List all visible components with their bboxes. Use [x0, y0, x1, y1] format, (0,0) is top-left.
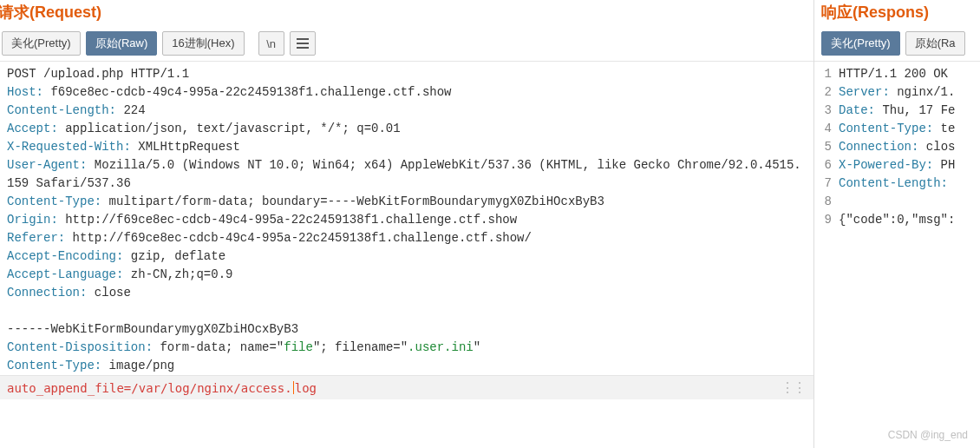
hamburger-icon [297, 38, 309, 49]
resp-tab-raw[interactable]: 原始(Ra [905, 31, 965, 56]
response-line-gutter: 1 2 3 4 5 6 7 8 9 [814, 62, 835, 448]
text-cursor [293, 381, 294, 394]
tab-raw[interactable]: 原始(Raw) [86, 31, 158, 56]
response-raw-text[interactable]: HTTP/1.1 200 OK Server: nginx/1. Date: T… [835, 62, 960, 448]
response-content[interactable]: 1 2 3 4 5 6 7 8 9 HTTP/1.1 200 OK Server… [814, 62, 980, 448]
response-panel-title: 响应(Respons) [814, 0, 980, 28]
tab-hex[interactable]: 16进制(Hex) [162, 31, 244, 56]
newline-label: \n [266, 37, 276, 50]
request-body-editor[interactable]: auto_append_file=/var/log/nginx/access.l… [0, 375, 813, 399]
newline-button[interactable]: \n [258, 31, 284, 56]
request-content[interactable]: POST /upload.php HTTP/1.1 Host: f69ce8ec… [0, 62, 813, 448]
response-toolbar: 美化(Pretty) 原始(Ra [814, 28, 980, 62]
resp-tab-pretty[interactable]: 美化(Pretty) [821, 31, 900, 56]
tab-pretty[interactable]: 美化(Pretty) [2, 31, 81, 56]
request-toolbar: 美化(Pretty) 原始(Raw) 16进制(Hex) \n [0, 28, 813, 62]
response-panel: 响应(Respons) 美化(Pretty) 原始(Ra 1 2 3 4 5 6… [814, 0, 980, 448]
body-pre-cursor: auto_append_file=/var/log/nginx/access. [7, 381, 292, 395]
request-raw-text[interactable]: POST /upload.php HTTP/1.1 Host: f69ce8ec… [0, 62, 813, 375]
menu-button[interactable] [290, 31, 316, 56]
body-post-cursor: log [295, 381, 317, 395]
drag-handle-icon[interactable]: ⋮⋮ [781, 379, 807, 396]
request-panel-title: 请求(Request) [0, 0, 813, 28]
request-panel: 请求(Request) 美化(Pretty) 原始(Raw) 16进制(Hex)… [0, 0, 814, 448]
